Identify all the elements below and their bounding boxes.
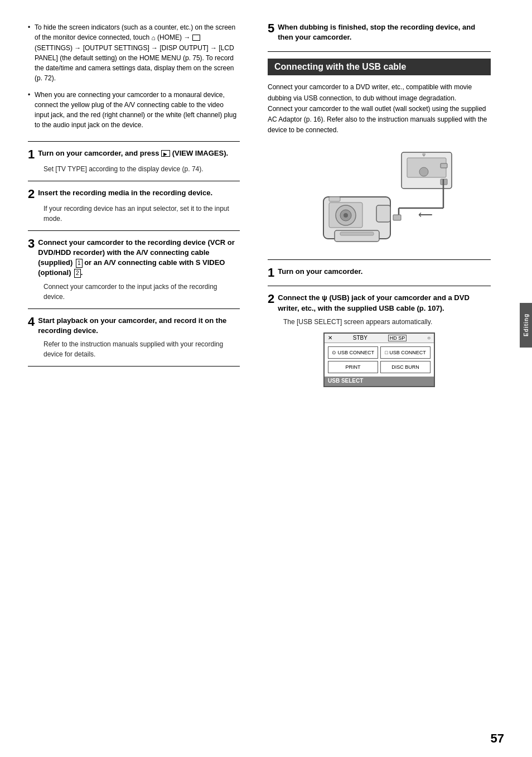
step-1-number: 1 xyxy=(28,148,35,161)
step-2-title: Insert the recording media in the record… xyxy=(38,188,212,198)
usb-screen-stby: STBY xyxy=(353,335,367,341)
usb-screen-battery: ○ xyxy=(427,335,431,341)
right-column: 5 When dubbing is finished, stop the rec… xyxy=(257,17,513,740)
usb-screen-top: ✕ STBY HD SP ○ xyxy=(325,334,434,343)
divider-right-3 xyxy=(268,286,491,286)
usb-screen-hd: HD SP xyxy=(388,335,407,341)
bullet-item-2: When you are connecting your camcorder t… xyxy=(28,90,240,130)
step-2-body: If your recording device has an input se… xyxy=(43,204,240,224)
usb-select-screen: ✕ STBY HD SP ○ ⊙ USB CONNECT □ USB CONNE… xyxy=(323,332,435,387)
divider-right-2 xyxy=(268,259,491,260)
step-2-header: 2 Insert the recording media in the reco… xyxy=(28,188,240,200)
right-step-2-body: The [USB SELECT] screen appears automati… xyxy=(283,317,491,327)
divider-1 xyxy=(28,141,240,142)
step-5: 5 When dubbing is finished, stop the rec… xyxy=(268,22,491,42)
intro-text: Connect your camcorder to a DVD writer, … xyxy=(268,82,491,136)
divider-5 xyxy=(28,366,240,367)
step-1-body: Set [TV TYPE] according to the display d… xyxy=(43,164,240,174)
box-1: 1 xyxy=(76,259,83,268)
page-number: 57 xyxy=(491,731,504,746)
left-column: To hide the screen indicators (such as a… xyxy=(0,17,257,740)
divider-3 xyxy=(28,230,240,231)
svg-rect-16 xyxy=(393,215,401,220)
step-3: 3 Connect your camcorder to the recordin… xyxy=(28,238,240,302)
right-step-1-header: 1 Turn on your camcorder. xyxy=(268,267,491,279)
step-2-number: 2 xyxy=(28,188,35,200)
usb-screen-buttons: ⊙ USB CONNECT □ USB CONNECT PRINT DISC B… xyxy=(325,343,434,377)
right-step-2-header: 2 Connect the ψ (USB) jack of your camco… xyxy=(268,293,491,313)
step-4-number: 4 xyxy=(28,316,35,328)
step-5-header: 5 When dubbing is finished, stop the rec… xyxy=(268,22,491,42)
svg-rect-14 xyxy=(376,205,390,222)
settings-icon xyxy=(192,35,200,41)
bullet-list: To hide the screen indicators (such as a… xyxy=(28,22,240,130)
usb-screen-label: USB SELECT xyxy=(325,377,434,386)
usb-diagram-svg: ψ ⟵ xyxy=(290,141,468,253)
svg-point-2 xyxy=(419,167,428,176)
divider-right-1 xyxy=(268,51,491,52)
svg-point-13 xyxy=(344,213,348,218)
step-3-title: Connect your camcorder to the recording … xyxy=(38,238,240,278)
svg-text:⟵: ⟵ xyxy=(418,209,433,220)
right-step-2-number: 2 xyxy=(268,293,274,305)
step-4-body: Refer to the instruction manuals supplie… xyxy=(43,339,240,359)
usb-connect-btn-2[interactable]: □ USB CONNECT xyxy=(380,346,431,359)
step-5-title: When dubbing is finished, stop the recor… xyxy=(278,22,491,42)
box-2: 2 xyxy=(74,269,81,278)
right-step-1: 1 Turn on your camcorder. xyxy=(268,267,491,279)
divider-2 xyxy=(28,181,240,181)
page-container: To hide the screen indicators (such as a… xyxy=(0,0,532,757)
editing-sidebar: Editing xyxy=(520,303,532,348)
disc-burn-btn[interactable]: DISC BURN xyxy=(380,361,431,373)
svg-text:ψ: ψ xyxy=(422,152,425,157)
view-images-icon xyxy=(161,150,170,157)
divider-4 xyxy=(28,308,240,309)
right-step-1-title: Turn on your camcorder. xyxy=(278,267,362,277)
step-1-header: 1 Turn on your camcorder, and press (VIE… xyxy=(28,148,240,161)
print-btn[interactable]: PRINT xyxy=(328,361,378,373)
usb-connect-btn-1[interactable]: ⊙ USB CONNECT xyxy=(328,346,378,359)
step-4-title: Start playback on your camcorder, and re… xyxy=(38,316,240,336)
right-step-1-number: 1 xyxy=(268,267,274,279)
home-icon: ⌂ xyxy=(151,33,155,43)
step-3-number: 3 xyxy=(28,238,35,250)
bullet-item-1: To hide the screen indicators (such as a… xyxy=(28,22,240,83)
step-2: 2 Insert the recording media in the reco… xyxy=(28,188,240,224)
step-4-header: 4 Start playback on your camcorder, and … xyxy=(28,316,240,336)
svg-rect-15 xyxy=(329,197,340,201)
usb-diagram: ψ ⟵ xyxy=(268,141,491,253)
step-1-title: Turn on your camcorder, and press (VIEW … xyxy=(38,148,228,158)
step-3-body: Connect your camcorder to the input jack… xyxy=(43,282,240,302)
editing-label: Editing xyxy=(523,314,529,336)
right-step-2-title: Connect the ψ (USB) jack of your camcord… xyxy=(278,293,491,313)
svg-rect-19 xyxy=(340,232,374,235)
svg-rect-5 xyxy=(441,163,447,168)
step-4: 4 Start playback on your camcorder, and … xyxy=(28,316,240,359)
usb-screen-close: ✕ xyxy=(328,335,332,341)
section-header: Connecting with the USB cable xyxy=(268,59,491,75)
right-step-2: 2 Connect the ψ (USB) jack of your camco… xyxy=(268,293,491,326)
step-3-header: 3 Connect your camcorder to the recordin… xyxy=(28,238,240,278)
step-5-number: 5 xyxy=(268,22,274,35)
step-1: 1 Turn on your camcorder, and press (VIE… xyxy=(28,148,240,174)
